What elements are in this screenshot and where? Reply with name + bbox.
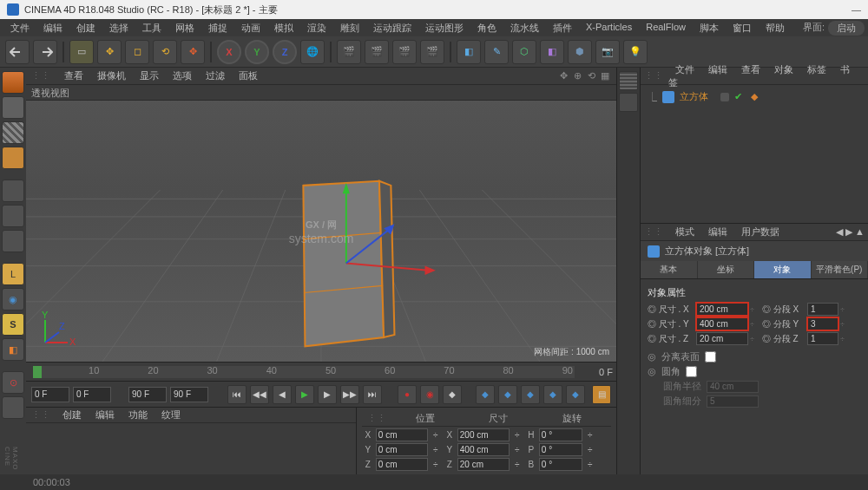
view-rotate-icon[interactable]: ⟲ (585, 70, 597, 82)
coord-rot-input[interactable] (539, 458, 582, 471)
make-editable-button[interactable] (2, 71, 24, 94)
move-tool[interactable]: ✥ (97, 40, 122, 64)
menu-捕捉[interactable]: 捕捉 (201, 20, 234, 36)
spline-pen-button[interactable]: ✎ (484, 40, 509, 64)
rotate-tool[interactable]: ⟲ (153, 40, 177, 64)
render-region-button[interactable]: 🎬 (365, 40, 389, 64)
workplane-mode-button[interactable] (2, 147, 24, 169)
menu-窗口[interactable]: 窗口 (726, 20, 759, 36)
attr-subtab[interactable]: 基本 (641, 261, 698, 278)
scale-tool[interactable]: ◻ (125, 40, 149, 64)
attr-up-button[interactable]: ▲ (855, 226, 865, 238)
menu-文件[interactable]: 文件 (3, 20, 36, 36)
viewport-tab[interactable]: 显示 (133, 69, 166, 82)
seg-value-input[interactable] (807, 332, 838, 345)
render-settings-button[interactable]: 🎬 (420, 40, 444, 64)
recent-tool[interactable]: ✥ (181, 40, 205, 64)
coord-size-input[interactable] (457, 458, 510, 471)
point-mode-button[interactable] (2, 180, 24, 202)
next-key-button[interactable]: ▶▶ (340, 385, 359, 404)
axis-z-toggle[interactable]: Z (273, 40, 297, 64)
tweak-button[interactable] (2, 396, 24, 419)
menu-运动图形[interactable]: 运动图形 (418, 20, 470, 36)
dim-value-input[interactable] (696, 317, 748, 330)
render-queue-button[interactable]: 🎬 (392, 40, 417, 64)
menu-帮助[interactable]: 帮助 (759, 20, 792, 36)
dim-value-input[interactable] (696, 332, 748, 345)
objmgr-tab[interactable]: 对象 (767, 62, 800, 76)
viewport-tab[interactable]: 过滤 (199, 69, 232, 82)
phong-tag-icon[interactable]: ◆ (751, 91, 758, 102)
menu-雕刻[interactable]: 雕刻 (333, 20, 366, 36)
render-view-button[interactable]: 🎬 (337, 40, 361, 64)
attr-subtab[interactable]: 平滑着色(P) (812, 261, 869, 278)
material-tab[interactable]: 创建 (56, 408, 89, 421)
dim-value-input[interactable] (696, 303, 748, 316)
coord-pos-input[interactable] (376, 428, 428, 441)
polygon-mode-button[interactable] (2, 230, 24, 252)
menu-运动跟踪[interactable]: 运动跟踪 (366, 20, 418, 36)
content-browser-button[interactable] (619, 71, 638, 90)
environment-button[interactable]: ⬢ (568, 40, 592, 64)
dopesheet-button[interactable]: ▤ (592, 385, 611, 404)
coord-rot-input[interactable] (539, 428, 582, 441)
prev-key-button[interactable]: ◀◀ (250, 385, 269, 404)
edge-mode-button[interactable] (2, 205, 24, 227)
menu-编辑[interactable]: 编辑 (36, 20, 69, 36)
next-frame-button[interactable]: ▶ (318, 385, 337, 404)
play-button[interactable]: ▶ (295, 385, 314, 404)
seg-value-input[interactable] (807, 317, 838, 330)
menu-选择[interactable]: 选择 (102, 20, 135, 36)
attr-fwd-button[interactable]: ▶ (845, 226, 852, 238)
coord-pos-input[interactable] (376, 443, 428, 456)
minimize-button[interactable]: — (852, 4, 861, 15)
visibility-editor-toggle[interactable] (720, 93, 729, 101)
coord-size-input[interactable] (457, 428, 510, 441)
range-end-out-input[interactable] (170, 387, 208, 402)
attr-tab[interactable]: 用户数据 (734, 225, 786, 238)
menu-角色[interactable]: 角色 (470, 20, 503, 36)
key-scale-button[interactable]: ◆ (498, 385, 517, 404)
redo-button[interactable] (33, 40, 57, 64)
radio-icon[interactable]: ◎ (648, 351, 656, 363)
coord-rot-input[interactable] (539, 443, 582, 456)
goto-end-button[interactable]: ⏭ (363, 385, 382, 404)
snap-toggle-button[interactable]: S (2, 313, 24, 336)
autokey-button[interactable]: ◉ (420, 385, 439, 404)
axis-x-toggle[interactable]: X (217, 40, 241, 64)
material-tab[interactable]: 功能 (122, 408, 155, 421)
viewport-tab[interactable]: 选项 (166, 69, 199, 82)
menu-渲染[interactable]: 渲染 (300, 20, 333, 36)
timeline-playhead[interactable] (33, 366, 42, 378)
view-toggle-icon[interactable]: ▦ (599, 70, 611, 82)
fillet-radius-input[interactable] (707, 381, 759, 393)
view-zoom-icon[interactable]: ⊕ (571, 70, 583, 82)
objmgr-tab[interactable]: 文件 (668, 62, 701, 76)
menu-RealFlow[interactable]: RealFlow (639, 20, 693, 36)
seg-value-input[interactable] (807, 303, 838, 316)
camera-button[interactable]: 📷 (595, 40, 620, 64)
menu-动画[interactable]: 动画 (234, 20, 267, 36)
menu-插件[interactable]: 插件 (546, 20, 579, 36)
axis-mode-button[interactable]: L (2, 263, 24, 285)
separate-surfaces-checkbox[interactable] (705, 351, 716, 363)
model-mode-button[interactable] (2, 96, 24, 119)
axis-y-toggle[interactable]: Y (245, 40, 269, 64)
viewport-tab[interactable]: 面板 (232, 69, 265, 82)
record-button[interactable]: ● (398, 385, 417, 404)
menu-网格[interactable]: 网格 (168, 20, 201, 36)
viewport-tab[interactable]: 摄像机 (90, 69, 133, 82)
perspective-viewport[interactable]: Y X Z GX / 网system.com 网格间距 : 1000 cm (26, 101, 616, 362)
undo-button[interactable] (5, 40, 30, 64)
key-param-button[interactable]: ◆ (543, 385, 562, 404)
deformer-button[interactable]: ◧ (540, 40, 564, 64)
viewport-tab[interactable]: 查看 (57, 69, 90, 82)
attr-tab[interactable]: 编辑 (701, 225, 734, 238)
fillet-checkbox[interactable] (686, 366, 697, 377)
material-tab[interactable]: 编辑 (89, 408, 122, 421)
range-start-input[interactable] (31, 387, 69, 402)
attr-back-button[interactable]: ◀ (836, 226, 843, 238)
attr-subtab[interactable]: 对象 (754, 261, 812, 278)
generator-button[interactable]: ⬡ (512, 40, 536, 64)
objmgr-tab[interactable]: 查看 (734, 62, 767, 76)
